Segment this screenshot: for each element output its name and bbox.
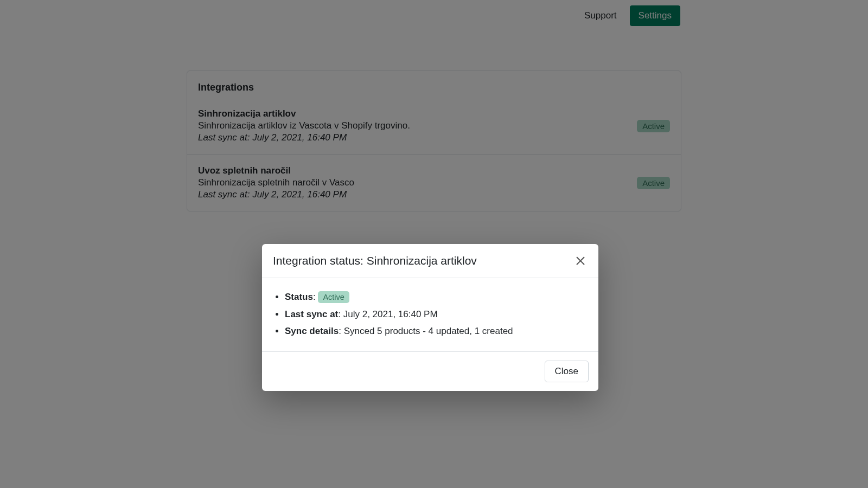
modal-close-button[interactable]: Close	[545, 361, 589, 382]
modal-sync-details-row: Sync details: Synced 5 products - 4 upda…	[285, 324, 588, 338]
modal-body: Status: Active Last sync at: July 2, 202…	[262, 278, 598, 352]
sync-details-value: Synced 5 products - 4 updated, 1 created	[344, 326, 513, 336]
modal-close-x-button[interactable]	[573, 254, 588, 268]
close-icon	[576, 256, 585, 266]
modal-header: Integration status: Sinhronizacija artik…	[262, 244, 598, 278]
modal-last-sync-row: Last sync at: July 2, 2021, 16:40 PM	[285, 307, 588, 322]
last-sync-value: July 2, 2021, 16:40 PM	[343, 309, 438, 319]
status-label: Status	[285, 292, 313, 302]
sync-details-label: Sync details	[285, 326, 339, 336]
status-badge: Active	[318, 291, 349, 303]
modal-title: Integration status: Sinhronizacija artik…	[273, 254, 477, 267]
integration-status-modal: Integration status: Sinhronizacija artik…	[262, 244, 598, 391]
last-sync-label: Last sync at	[285, 309, 338, 319]
modal-footer: Close	[262, 352, 598, 391]
modal-status-row: Status: Active	[285, 290, 588, 304]
